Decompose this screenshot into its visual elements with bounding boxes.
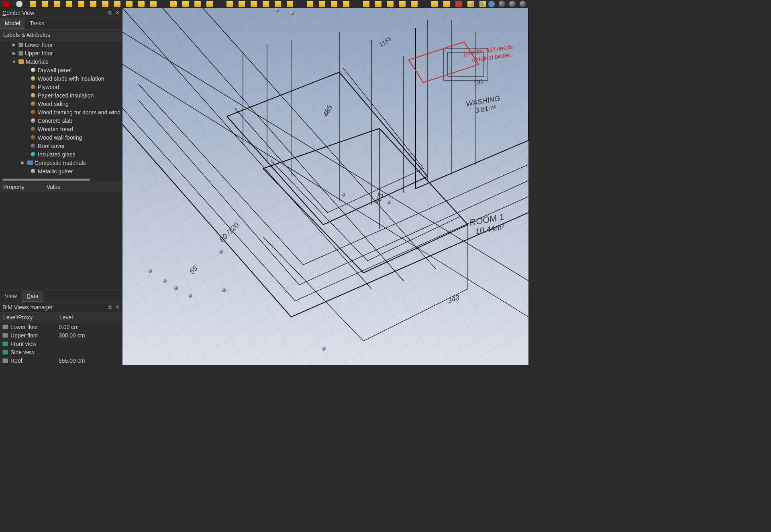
tool-circle-icon[interactable]: [54, 1, 60, 7]
tree-metallic-gutter[interactable]: Metallic gutter: [0, 167, 122, 175]
tree-material-item[interactable]: Wood studs with insulation: [0, 74, 122, 83]
tool-red-icon[interactable]: [455, 1, 462, 7]
tool-space-icon[interactable]: [319, 1, 325, 7]
tool-polygon-icon[interactable]: [90, 1, 96, 7]
tool-line-icon[interactable]: [30, 1, 36, 7]
bim-col-levelproxy[interactable]: Level/Proxy: [0, 313, 56, 322]
tool-rect-icon[interactable]: [78, 1, 84, 7]
tool-roof-icon[interactable]: [263, 1, 269, 7]
tool-frame-icon[interactable]: [343, 1, 349, 7]
close-icon[interactable]: ✕: [115, 304, 120, 311]
tool-arch1-icon[interactable]: [138, 1, 145, 7]
orbit-icon[interactable]: [499, 1, 505, 7]
tree-material-item[interactable]: Roof cover: [0, 142, 122, 150]
model-tree[interactable]: ▶ Lower floor ▶ Upper floor ▼ Materials …: [0, 41, 122, 177]
property-body: [0, 192, 122, 290]
close-icon[interactable]: ✕: [115, 10, 120, 16]
vertex-dot: [163, 279, 167, 283]
tool-stairs-icon[interactable]: [275, 1, 281, 7]
tool-arch2-icon[interactable]: [150, 1, 157, 7]
chevron-down-icon[interactable]: ▼: [11, 59, 17, 64]
tool-sect-icon[interactable]: [411, 1, 418, 7]
tab-tasks[interactable]: Tasks: [25, 18, 49, 29]
tree-material-item[interactable]: Concrete slab: [0, 116, 122, 125]
tree-material-item[interactable]: Insulated glass: [0, 150, 122, 158]
tree-composite[interactable]: ▶ Composite materials: [0, 158, 122, 167]
tool-slab-icon[interactable]: [226, 1, 233, 7]
tree-lower-floor[interactable]: ▶ Lower floor: [0, 41, 122, 49]
bim-row[interactable]: Roof555.00 cm: [0, 356, 122, 365]
prop-col-value[interactable]: Value: [43, 182, 122, 192]
tool-wall-icon[interactable]: [170, 1, 177, 7]
bim-row[interactable]: Lower floor0.00 cm: [0, 323, 122, 331]
material-swatch-icon: [31, 135, 35, 140]
tool-text-icon[interactable]: [114, 1, 120, 7]
tree-material-item[interactable]: Wood wall footing: [0, 133, 122, 142]
tool-point-icon[interactable]: [16, 1, 22, 7]
tab-view[interactable]: View: [0, 291, 22, 302]
dock-icon[interactable]: ⧉: [108, 304, 112, 311]
level-icon: [18, 43, 23, 47]
tree-label: Roof cover: [38, 143, 65, 149]
tool-polyline-icon[interactable]: [66, 1, 72, 7]
tree-material-item[interactable]: Wood framing for doors and wind: [0, 108, 122, 116]
vertex-dot: [174, 286, 178, 290]
sphere-icon[interactable]: [520, 1, 526, 7]
bim-col-level[interactable]: Level: [56, 313, 76, 322]
tree-label: Concrete slab: [38, 118, 72, 124]
bim-row[interactable]: Side view: [0, 348, 122, 356]
tree-upper-floor[interactable]: ▶ Upper floor: [0, 49, 122, 57]
tool-window-icon[interactable]: [194, 1, 201, 7]
tree-label: Metallic gutter: [38, 168, 73, 175]
orbit2-icon[interactable]: [509, 1, 516, 7]
tree-materials[interactable]: ▼ Materials: [0, 57, 122, 66]
chevron-right-icon[interactable]: ▶: [11, 51, 17, 56]
tree-material-item[interactable]: Paper-faced insulation: [0, 91, 122, 99]
tool-bspline-icon[interactable]: [102, 1, 108, 7]
svg-line-5: [122, 32, 528, 281]
tool-struct-icon[interactable]: [182, 1, 189, 7]
tool-level-icon[interactable]: [307, 1, 313, 7]
tab-model[interactable]: Model: [0, 18, 25, 29]
bim-row[interactable]: Upper floor300.00 cm: [0, 331, 122, 339]
material-swatch-icon: [31, 127, 35, 131]
bim-row[interactable]: Front view: [0, 339, 122, 348]
chevron-right-icon[interactable]: ▶: [11, 42, 17, 47]
tool-dim-icon[interactable]: [126, 1, 133, 7]
snap-plus2-icon[interactable]: ✱: [478, 0, 484, 8]
tab-data[interactable]: Data: [22, 291, 43, 302]
tool-door-icon[interactable]: [206, 1, 213, 7]
tool-arc-icon[interactable]: [42, 1, 48, 7]
tool-mat1-icon[interactable]: [431, 1, 438, 7]
prop-col-property[interactable]: Property: [0, 182, 43, 192]
snap-plus-icon[interactable]: +: [470, 0, 474, 8]
rotate-icon[interactable]: [488, 1, 495, 7]
tool-column-icon[interactable]: [239, 1, 245, 7]
tool-floor-icon[interactable]: [399, 1, 406, 7]
material-swatch-icon: [31, 85, 35, 89]
bim-views-panel: BIM Views manager ⧉ ✕ Level/Proxy Level …: [0, 302, 122, 365]
tree-wooden-fascia[interactable]: Wooden fascia: [0, 175, 122, 177]
tree-hscroll[interactable]: [0, 177, 122, 182]
tool-site-icon[interactable]: [363, 1, 369, 7]
3d-viewport[interactable]: junction still needs detailed better. RO…: [122, 8, 528, 365]
material-swatch-icon: [31, 152, 35, 156]
tool-mat2-icon[interactable]: [443, 1, 450, 7]
tree-label: Lower floor: [25, 42, 53, 48]
tool-group-icon[interactable]: [375, 1, 381, 7]
tool-panel-icon[interactable]: [287, 1, 293, 7]
tool-bldg-icon[interactable]: [387, 1, 394, 7]
tree-material-item[interactable]: Wooden tread: [0, 125, 122, 133]
tree-material-item[interactable]: Plywood: [0, 83, 122, 91]
bim-name: Upper floor: [10, 332, 38, 339]
tree-label: Plywood: [38, 84, 59, 90]
material-swatch-icon: [31, 169, 35, 173]
chevron-right-icon[interactable]: ▶: [20, 160, 26, 165]
tool-equip-icon[interactable]: [331, 1, 337, 7]
tool-beam-icon[interactable]: [251, 1, 257, 7]
dock-icon[interactable]: ⧉: [108, 10, 112, 16]
tree-material-item[interactable]: Wood siding: [0, 99, 122, 108]
folder-icon: [18, 59, 24, 64]
tree-material-item[interactable]: Drywall panel: [0, 66, 122, 74]
tree-label: Materials: [26, 59, 49, 65]
